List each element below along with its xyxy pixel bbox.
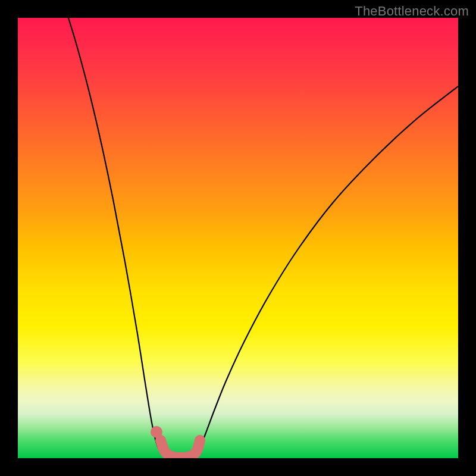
watermark-text: TheBottleneck.com [355,4,469,19]
valley-highlight-u [161,440,200,458]
valley-dot [151,426,162,438]
plot-area [18,18,458,458]
bottleneck-curve [68,18,458,458]
outer-frame: TheBottleneck.com [0,0,476,476]
chart-svg [18,18,458,458]
